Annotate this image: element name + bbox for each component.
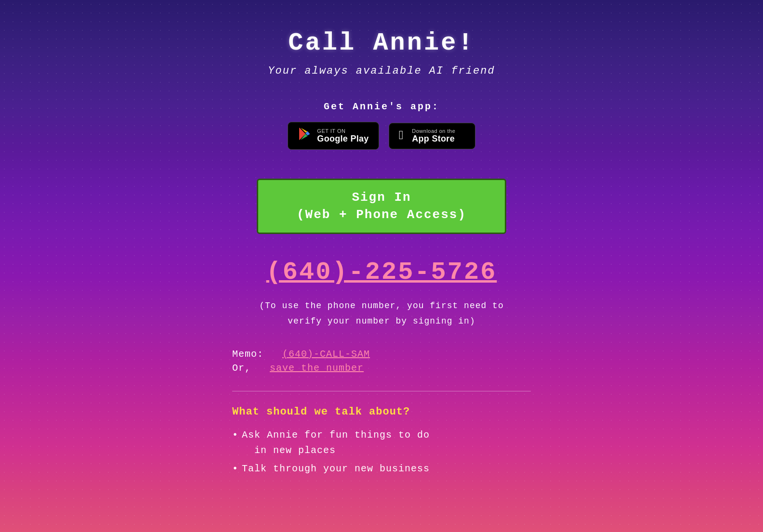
apple-icon:  (399, 129, 407, 143)
google-play-top-label: GET IT ON (317, 128, 368, 134)
talk-heading: What should we talk about? (232, 406, 531, 418)
page-subtitle: Your always available AI friend (268, 65, 495, 77)
main-content: Call Annie! Your always available AI fri… (165, 29, 598, 474)
app-store-button[interactable]:  Download on the App Store (389, 123, 475, 149)
sign-in-line2: (Web + Phone Access) (297, 208, 466, 222)
app-store-top-label: Download on the (412, 128, 455, 134)
memo-section: Memo: (640)-CALL-SAM Or, save the number (232, 349, 531, 376)
memo-prefix: Memo: (232, 349, 263, 360)
app-store-bottom-label: App Store (412, 134, 455, 144)
google-play-bottom-label: Google Play (317, 134, 368, 144)
app-store-text: Download on the App Store (412, 128, 455, 144)
save-number-link[interactable]: save the number (270, 363, 364, 374)
sign-in-button[interactable]: Sign In (Web + Phone Access) (257, 179, 506, 234)
phone-note: (To use the phone number, you first need… (259, 298, 503, 329)
sign-in-line1: Sign In (352, 190, 411, 205)
memo-line-1: Memo: (640)-CALL-SAM (232, 349, 531, 360)
talk-section: What should we talk about? Ask Annie for… (232, 406, 531, 474)
google-play-text: GET IT ON Google Play (317, 128, 368, 144)
memo-call-sam-link[interactable]: (640)-CALL-SAM (282, 349, 370, 360)
google-play-icon (298, 127, 311, 144)
store-buttons-container: GET IT ON Google Play  Download on the … (288, 122, 475, 150)
or-prefix: Or, (232, 363, 251, 374)
section-divider (232, 391, 531, 391)
memo-line-2: Or, save the number (232, 363, 531, 374)
app-label: Get Annie's app: (324, 101, 439, 112)
talk-list: Ask Annie for fun things to do in new pl… (232, 428, 531, 458)
list-item-partial: Talk through your new business (232, 463, 531, 474)
phone-number[interactable]: (640)-225-5726 (266, 258, 497, 286)
google-play-button[interactable]: GET IT ON Google Play (288, 122, 379, 150)
list-item: Ask Annie for fun things to do in new pl… (232, 428, 531, 458)
page-title: Call Annie! (288, 29, 474, 57)
